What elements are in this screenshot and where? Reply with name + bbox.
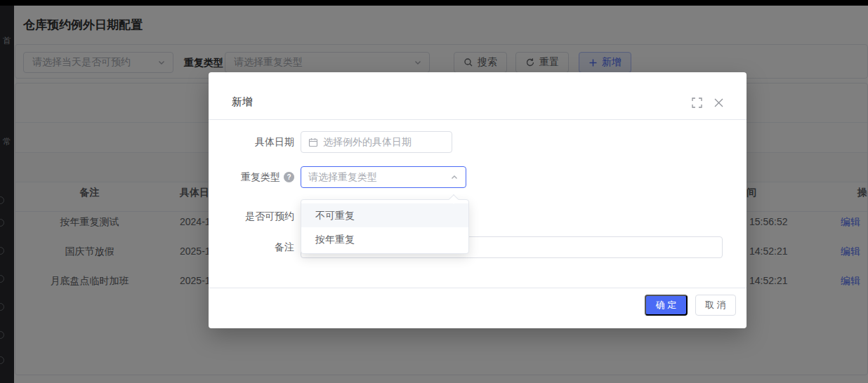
date-field-label: 具体日期 [209, 131, 294, 153]
date-field-label-text: 具体日期 [255, 131, 294, 153]
repeat-field-label-text: 重复类型 [241, 166, 280, 188]
dropdown-option-yearly[interactable]: 按年重复 [301, 227, 468, 251]
close-icon[interactable] [714, 98, 724, 108]
repeat-field-label: 重复类型 ? [209, 166, 294, 188]
question-help-icon[interactable]: ? [284, 172, 294, 182]
calendar-icon [308, 137, 318, 147]
reservable-field-label-text: 是否可预约 [245, 206, 294, 227]
cancel-button[interactable]: 取 消 [695, 295, 736, 316]
reservable-field-label: 是否可预约 [209, 206, 294, 227]
dropdown-option-no-repeat[interactable]: 不可重复 [301, 203, 468, 227]
remark-field-label: 备注 [209, 236, 294, 258]
repeat-type-select-placeholder: 请选择重复类型 [308, 171, 445, 184]
dropdown-arrow [449, 194, 459, 204]
repeat-type-dropdown: 不可重复 按年重复 [301, 199, 469, 254]
dialog-title: 新增 [232, 95, 253, 109]
date-picker-placeholder: 选择例外的具体日期 [323, 136, 412, 149]
dialog-header-divider [209, 119, 747, 120]
remark-field-label-text: 备注 [275, 236, 294, 258]
dialog-footer-divider [209, 288, 747, 288]
confirm-button[interactable]: 确 定 [645, 295, 688, 316]
app-root: 首 常 仓库预约例外日期配置 请选择当天是否可预约 重复类型 请选择重复类型 搜… [0, 0, 868, 383]
fullscreen-icon[interactable] [692, 98, 702, 108]
repeat-type-select[interactable]: 请选择重复类型 [301, 166, 466, 188]
chevron-up-icon [450, 173, 459, 182]
date-picker-input[interactable]: 选择例外的具体日期 [301, 131, 452, 153]
add-dialog: 新增 具体日期 选择例外的具体日期 [209, 72, 747, 328]
